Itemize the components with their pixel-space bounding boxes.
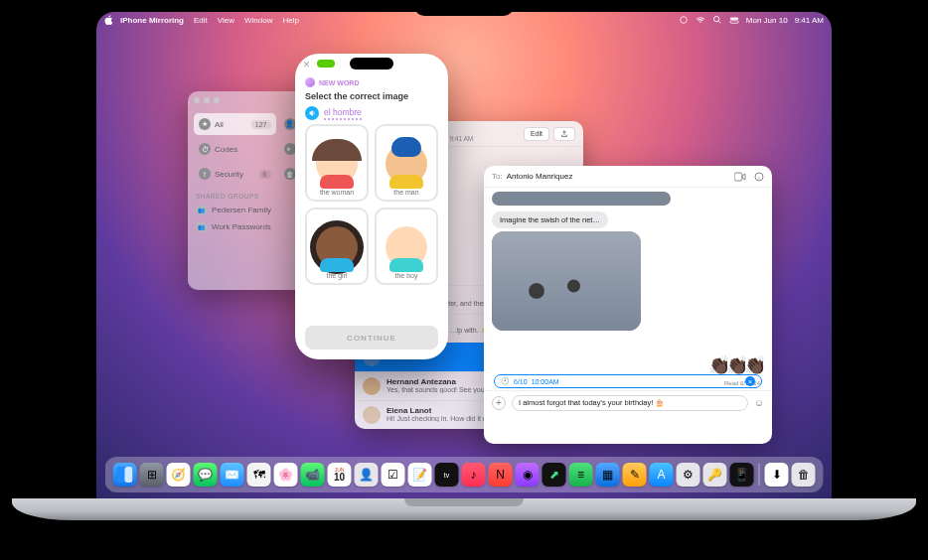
dock-app-settings[interactable]: ⚙︎: [677, 463, 700, 487]
conv-name: Elena Lanot: [387, 406, 431, 415]
star-icon: ★: [199, 118, 211, 130]
apple-menu-icon[interactable]: [104, 15, 114, 25]
airdrop-icon[interactable]: [679, 15, 689, 25]
group-icon: 👥: [196, 205, 207, 215]
group-name: Work Passwords: [212, 222, 271, 231]
dock-app-numbers[interactable]: ≡: [569, 463, 593, 487]
conversation-header: To: Antonio Manriquez i: [484, 166, 772, 188]
menubar-date[interactable]: Mon Jun 10: [746, 16, 788, 25]
recipient-name: Antonio Manriquez: [507, 172, 573, 181]
message-input[interactable]: I almost forgot that today's your birthd…: [512, 395, 748, 411]
incoming-bubble: Imagine the swish of the net…: [492, 211, 608, 228]
avatar-man: [386, 143, 427, 185]
dock-app-safari[interactable]: 🧭: [167, 463, 191, 487]
dock-app-news[interactable]: N: [489, 463, 513, 487]
svg-rect-12: [125, 467, 133, 483]
card-label: the girl: [326, 272, 347, 279]
pw-count: 127: [251, 120, 271, 129]
sched-date: 6/10: [514, 378, 528, 385]
dock-app-maps[interactable]: 🗺: [247, 463, 271, 487]
control-center-icon[interactable]: [729, 15, 739, 25]
menu-edit[interactable]: Edit: [194, 16, 208, 25]
image-strip: [492, 192, 671, 206]
zoom-light[interactable]: [214, 97, 220, 103]
dock-app-launchpad[interactable]: ⊞: [140, 463, 164, 487]
trash-icon: 🗑: [284, 168, 296, 180]
clock-icon: ⏱: [199, 143, 211, 155]
menu-help[interactable]: Help: [282, 16, 298, 25]
dock-app-finder[interactable]: [113, 463, 137, 487]
close-light[interactable]: [194, 97, 200, 103]
dock: ⊞ 🧭 💬 ✉️ 🗺 🌸 📹 JUN10 👤 ☑︎ 📝 tv ♪ N ◉ ⬈ ≡…: [105, 457, 824, 492]
share-button[interactable]: [553, 127, 575, 141]
macbook-frame: iPhone Mirroring Edit View Window Help M…: [12, 2, 916, 558]
calendar-icon: 🕘: [501, 377, 510, 385]
iphone-mirroring-window: × NEW WORD Select the correct image el h…: [295, 54, 448, 359]
pw-label: All: [215, 120, 224, 129]
dock-downloads[interactable]: ⬇︎: [765, 463, 789, 487]
cancel-schedule-icon[interactable]: ×: [745, 376, 755, 386]
desktop: iPhone Mirroring Edit View Window Help M…: [96, 12, 832, 498]
dock-app-appstore[interactable]: A: [650, 463, 674, 487]
avatar-girl: [316, 226, 358, 268]
avatar-woman: [316, 143, 358, 185]
card-label: the woman: [320, 189, 354, 196]
to-label: To:: [492, 172, 503, 181]
dock-app-mail[interactable]: ✉️: [221, 463, 244, 487]
answer-grid: the woman the man the girl the boy: [295, 124, 448, 285]
traffic-lights[interactable]: [194, 97, 220, 103]
status-pill: [317, 60, 335, 68]
dock-app-podcasts[interactable]: ◉: [516, 463, 540, 487]
facetime-video-icon[interactable]: [734, 172, 746, 182]
dock-app-messages[interactable]: 💬: [194, 463, 218, 487]
person-key-icon: 👤: [284, 118, 296, 130]
prompt-text: Select the correct image: [295, 87, 448, 103]
outgoing-claps: 👏🏿👏🏿👏🏿: [708, 354, 762, 376]
info-icon[interactable]: i: [754, 172, 764, 182]
edit-button[interactable]: Edit: [524, 127, 549, 141]
dock-app-facetime[interactable]: 📹: [301, 463, 325, 487]
speaker-icon[interactable]: [305, 106, 319, 120]
audio-word[interactable]: el hombre: [305, 106, 362, 120]
dock-app-photos[interactable]: 🌸: [274, 463, 298, 487]
answer-card-boy[interactable]: the boy: [375, 208, 438, 285]
card-label: the boy: [395, 272, 418, 279]
dock-app-notes[interactable]: 📝: [408, 463, 432, 487]
passwords-category-codes[interactable]: ⏱ Codes: [194, 138, 276, 160]
menu-window[interactable]: Window: [244, 16, 272, 25]
svg-line-2: [718, 21, 720, 23]
dock-app-stocks[interactable]: ⬈: [542, 463, 566, 487]
dock-app-pages[interactable]: ✎: [623, 463, 647, 487]
dock-app-iphone-mirroring[interactable]: 📱: [730, 463, 754, 487]
dock-app-calendar[interactable]: JUN10: [328, 463, 352, 487]
answer-card-girl[interactable]: the girl: [305, 208, 369, 285]
scheduled-send-pill[interactable]: 🕘 6/10 10:00AM ×: [494, 374, 762, 388]
continue-button[interactable]: CONTINUE: [305, 326, 438, 350]
svg-point-0: [680, 17, 687, 24]
answer-card-man[interactable]: the man: [375, 124, 438, 202]
dock-app-tv[interactable]: tv: [435, 463, 459, 487]
menubar-app-name[interactable]: iPhone Mirroring: [120, 16, 184, 25]
answer-card-woman[interactable]: the woman: [305, 124, 369, 202]
svg-text:i: i: [758, 174, 759, 180]
passwords-category-security[interactable]: ! Security 6: [194, 163, 276, 185]
menubar-time[interactable]: 9:41 AM: [795, 16, 824, 25]
dock-app-reminders[interactable]: ☑︎: [382, 463, 405, 487]
minimize-light[interactable]: [204, 97, 210, 103]
dock-trash[interactable]: 🗑: [792, 463, 816, 487]
avatar: [363, 406, 381, 424]
dock-app-music[interactable]: ♪: [462, 463, 486, 487]
wifi-icon[interactable]: [696, 15, 705, 25]
compose-bar: + I almost forgot that today's your birt…: [484, 390, 772, 414]
emoji-picker-icon[interactable]: ☺: [754, 397, 764, 408]
basketball-image[interactable]: [492, 231, 641, 331]
spotlight-icon[interactable]: [712, 15, 722, 25]
close-icon[interactable]: ×: [303, 60, 313, 70]
dock-app-contacts[interactable]: 👤: [355, 463, 379, 487]
menu-view[interactable]: View: [218, 16, 234, 25]
passwords-category-all[interactable]: ★ All 127: [194, 113, 276, 135]
tag-text: NEW WORD: [319, 79, 359, 86]
dock-app-keynote[interactable]: ▦: [596, 463, 620, 487]
dock-app-passwords[interactable]: 🔑: [703, 463, 727, 487]
attach-button[interactable]: +: [492, 396, 506, 410]
